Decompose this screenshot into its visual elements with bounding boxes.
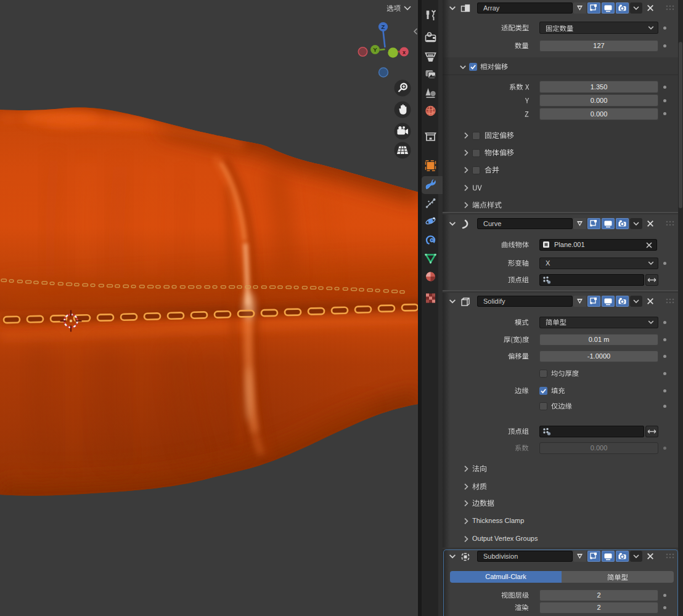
- svg-text:x: x: [403, 49, 406, 55]
- svg-text:Y: Y: [373, 46, 377, 53]
- svg-text:Z: Z: [382, 23, 385, 30]
